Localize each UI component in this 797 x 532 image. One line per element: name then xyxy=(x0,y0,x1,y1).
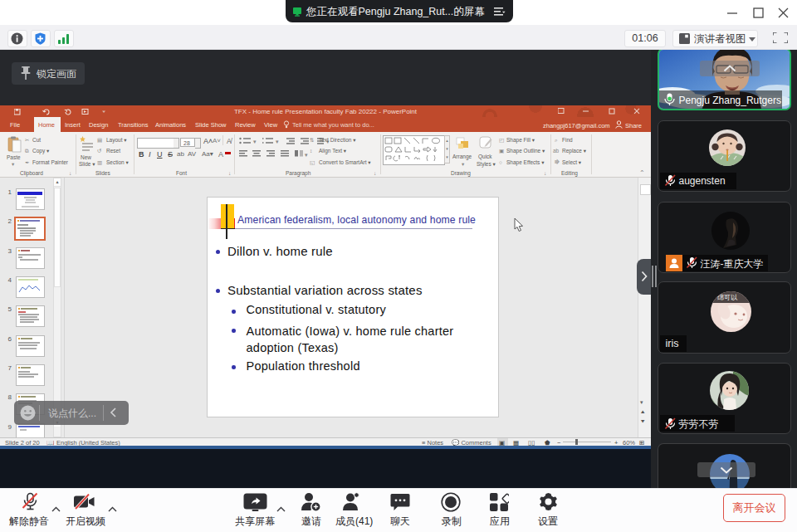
svg-text:绵可以: 绵可以 xyxy=(717,294,738,301)
svg-text:▾: ▾ xyxy=(276,139,279,144)
svg-text:▾: ▾ xyxy=(305,152,308,158)
svg-text:▾: ▾ xyxy=(253,139,257,144)
